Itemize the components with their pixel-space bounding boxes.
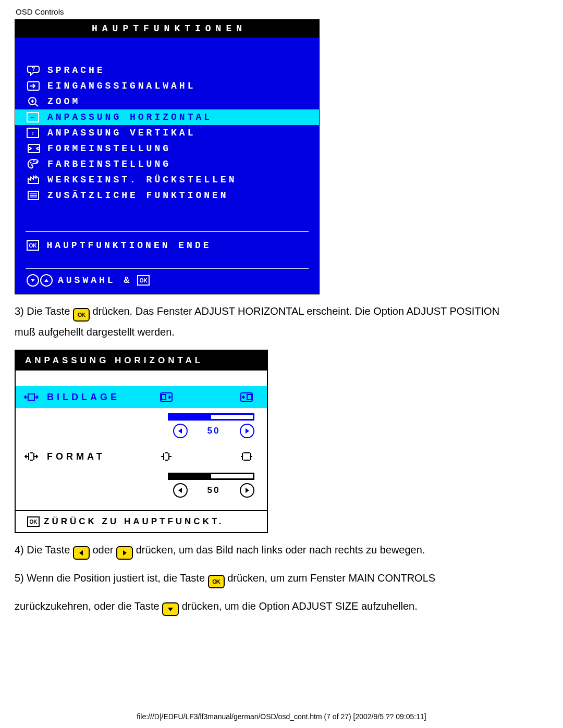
wide-icon: [240, 451, 253, 462]
format-indicators: [160, 446, 267, 467]
osd-item-label: EINGANGSSIGNALWAHL: [47, 81, 195, 91]
adj-format-label: FORMAT: [47, 446, 160, 467]
left-arrow-button[interactable]: [173, 483, 188, 498]
adj-footer-row[interactable]: OK ZÜRÜCK ZU HAUPTFUNCKT.: [16, 511, 267, 532]
page-header: OSD Controls: [16, 7, 553, 16]
format-icon: [16, 446, 47, 467]
shape-icon: [27, 143, 47, 154]
svg-point-4: [33, 161, 35, 162]
osd-item-factory[interactable]: WERKSEINST. RÜCKSTELLEN: [15, 172, 319, 188]
osd-item-label: ZOOM: [47, 96, 80, 107]
step4-post: drücken, um das Bild nach links oder nac…: [136, 544, 425, 556]
step5-line2: zurückzukehren, oder die Taste drücken, …: [15, 596, 515, 616]
step4-mid: oder: [92, 544, 116, 556]
osd-item-label: FARBEINSTELLUNG: [47, 159, 171, 169]
svg-text:?: ?: [32, 66, 35, 72]
screen-right-icon: [240, 391, 253, 403]
osd-item-vertical[interactable]: ↕ ANPASSUNG VERTIKAL: [15, 125, 319, 141]
down-button-icon: [162, 602, 179, 616]
ok-icon: OK: [27, 240, 39, 251]
speech-icon: ?: [27, 65, 47, 76]
osd-item-horizontal[interactable]: ↔ ANPASSUNG HORIZONTAL: [15, 109, 319, 125]
step4-pre: 4) Die Taste: [15, 544, 73, 556]
adjust-horizontal-panel: ANPASSUNG HORIZONTAL BILDLAGE 50: [15, 350, 268, 533]
position-icon: [16, 386, 47, 408]
osd-main-panel: HAUPTFUNKTIONEN ? SPRACHE EINGANGSSIGNAL…: [15, 19, 320, 294]
osd-item-label: WERKSEINST. RÜCKSTELLEN: [47, 175, 237, 185]
input-arrow-icon: [27, 80, 47, 92]
page: OSD Controls HAUPTFUNKTIONEN ? SPRACHE E…: [0, 0, 563, 728]
osd-item-zoom[interactable]: ZOOM: [15, 94, 319, 109]
format-bar: [168, 473, 254, 480]
left-button-icon: [73, 546, 90, 560]
adj-footer-label: ZÜRÜCK ZU HAUPTFUNCKT.: [44, 516, 224, 527]
svg-rect-11: [247, 394, 251, 400]
svg-point-5: [36, 162, 38, 163]
position-controls: 50: [16, 422, 267, 446]
ok-button-icon: OK: [73, 308, 90, 322]
up-down-icon: [27, 274, 53, 287]
osd-footer-label: AUSWAHL &: [58, 275, 132, 286]
adj-title: ANPASSUNG HORIZONTAL: [16, 351, 267, 371]
position-value: 50: [188, 426, 240, 436]
step3-text: 3) Die Taste OK drücken. Das Fenster ADJ…: [15, 301, 515, 342]
right-arrow-button[interactable]: [240, 483, 254, 498]
adj-position-row[interactable]: BILDLAGE: [16, 386, 267, 408]
factory-icon: [27, 174, 47, 186]
ok-icon: OK: [23, 516, 44, 527]
osd-footer: AUSWAHL & OK: [15, 269, 319, 294]
step5-l2-pre: zurückzukehren, oder die Taste: [15, 600, 162, 612]
osd-item-color[interactable]: FARBEINSTELLUNG: [15, 156, 319, 172]
footer-path: file:///D|/EDFU/LF3/lf3manual/german/OSD…: [0, 712, 563, 721]
format-slider: [16, 467, 267, 481]
ok-button-icon: OK: [208, 575, 225, 588]
zoom-icon: [27, 96, 47, 107]
osd-item-label: ANPASSUNG HORIZONTAL: [47, 112, 212, 122]
osd-item-label: ZUSÄTZLICHE FUNKTIONEN: [47, 190, 229, 201]
narrow-icon: [160, 451, 173, 462]
osd-end-row[interactable]: OK HAUPTFUNKTIONEN ENDE: [15, 232, 319, 260]
ok-icon: OK: [137, 275, 150, 286]
horiz-adjust-icon: ↔: [27, 112, 47, 122]
left-arrow-button[interactable]: [173, 424, 188, 438]
list-icon: [27, 190, 47, 201]
osd-item-shape[interactable]: FORMEINSTELLUNG: [15, 141, 319, 156]
vert-adjust-icon: ↕: [27, 128, 47, 138]
step5-l1-post: drücken, um zum Fenster MAIN CONTROLS: [227, 572, 435, 584]
right-arrow-button[interactable]: [240, 424, 254, 438]
format-value: 50: [188, 485, 240, 496]
format-controls: 50: [16, 481, 267, 505]
right-button-icon: [116, 546, 133, 560]
osd-item-input[interactable]: EINGANGSSIGNALWAHL: [15, 78, 319, 94]
osd-menu-list: ? SPRACHE EINGANGSSIGNALWAHL ZOOM ↔: [15, 38, 319, 223]
step5-l2-post: drücken, um die Option ADJUST SIZE aufzu…: [182, 600, 418, 612]
palette-icon: [27, 158, 47, 170]
screen-left-icon: [160, 391, 173, 403]
svg-rect-9: [162, 394, 166, 400]
osd-item-label: FORMEINSTELLUNG: [47, 143, 171, 154]
svg-point-3: [30, 162, 32, 164]
osd-item-label: SPRACHE: [47, 65, 105, 76]
osd-title: HAUPTFUNKTIONEN: [15, 20, 319, 38]
step5-l1-pre: 5) Wenn die Position justiert ist, die T…: [15, 572, 208, 584]
osd-item-extra[interactable]: ZUSÄTZLICHE FUNKTIONEN: [15, 188, 319, 203]
position-slider: [16, 408, 267, 422]
osd-end-label: HAUPTFUNKTIONEN ENDE: [46, 240, 211, 251]
step3-pre: 3) Die Taste: [15, 305, 73, 317]
position-indicators: [160, 386, 267, 408]
svg-rect-7: [28, 394, 34, 400]
adj-position-label: BILDLAGE: [47, 386, 160, 408]
step5-text: 5) Wenn die Position justiert ist, die T…: [15, 567, 515, 588]
osd-item-sprache[interactable]: ? SPRACHE: [15, 63, 319, 78]
step4-text: 4) Die Taste oder drücken, um das Bild n…: [15, 539, 515, 560]
position-bar: [168, 413, 254, 421]
adj-format-row[interactable]: FORMAT: [16, 446, 267, 467]
osd-item-label: ANPASSUNG VERTIKAL: [47, 128, 195, 138]
